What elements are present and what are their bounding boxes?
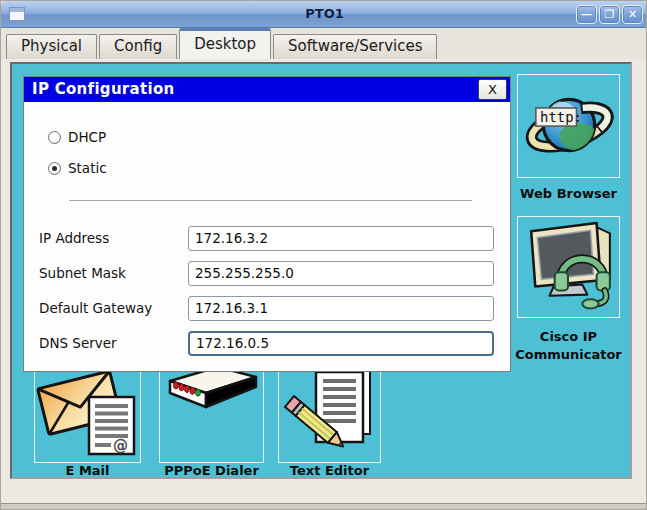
subnet-mask-label: Subnet Mask xyxy=(39,261,184,286)
radio-circle-icon xyxy=(48,131,61,144)
email-label: E Mail xyxy=(34,463,141,478)
default-gateway-input[interactable]: 172.16.3.1 xyxy=(188,296,494,321)
cisco-ip-communicator-icon xyxy=(523,219,615,315)
window-controls: — ❐ ✕ xyxy=(576,5,643,24)
text-editor-label: Text Editor xyxy=(278,463,381,478)
dns-server-label: DNS Server xyxy=(39,331,184,356)
email-launcher[interactable]: @ xyxy=(34,363,141,463)
default-gateway-row: Default Gateway 172.16.3.1 xyxy=(24,296,510,321)
radio-static[interactable]: Static xyxy=(48,161,107,175)
separator xyxy=(69,200,472,201)
subnet-mask-row: Subnet Mask 255.255.255.0 xyxy=(24,261,510,286)
maximize-button[interactable]: ❐ xyxy=(599,5,620,24)
radio-static-label: Static xyxy=(68,160,107,176)
ip-address-label: IP Address xyxy=(39,226,184,251)
pppoe-dialer-label: PPPoE Dialer xyxy=(159,463,264,478)
minimize-button[interactable]: — xyxy=(576,5,597,24)
cisco-ip-communicator-launcher[interactable] xyxy=(517,216,620,318)
radio-circle-icon xyxy=(48,162,61,175)
ip-address-input[interactable]: 172.16.3.2 xyxy=(188,226,494,251)
dns-server-input[interactable]: 172.16.0.5 xyxy=(188,331,494,356)
ip-configuration-dialog: IP Configuration X DHCP Static IP Addres… xyxy=(23,76,511,372)
pppoe-dialer-icon xyxy=(160,401,264,425)
radio-dhcp-label: DHCP xyxy=(68,129,106,145)
dns-server-row: DNS Server 172.16.0.5 xyxy=(24,331,510,356)
cisco-ip-communicator-label-line2: Communicator xyxy=(507,347,630,362)
tab-bar: Physical Config Desktop Software/Service… xyxy=(1,28,647,59)
default-gateway-label: Default Gateway xyxy=(39,296,184,321)
cisco-ip-communicator-label-line1: Cisco IP xyxy=(507,329,630,344)
packet-tracer-device-window: PTO1 — ❐ ✕ Physical Config Desktop Softw… xyxy=(0,0,647,510)
tab-desktop[interactable]: Desktop xyxy=(179,28,271,59)
radio-dhcp[interactable]: DHCP xyxy=(48,130,106,144)
text-editor-icon xyxy=(280,365,380,461)
tab-config[interactable]: Config xyxy=(99,34,177,59)
svg-text:@: @ xyxy=(113,437,128,455)
tab-software-services[interactable]: Software/Services xyxy=(273,34,437,59)
dialog-title: IP Configuration xyxy=(32,77,175,102)
pppoe-dialer-launcher[interactable] xyxy=(159,363,264,463)
web-browser-launcher[interactable]: http: xyxy=(517,74,620,178)
http-label: http: xyxy=(540,109,582,125)
dialog-close-button[interactable]: X xyxy=(478,79,507,100)
tab-physical[interactable]: Physical xyxy=(6,34,97,59)
email-icon: @ xyxy=(36,365,140,461)
web-browser-icon: http: xyxy=(523,84,615,168)
window-bottom-edge xyxy=(1,503,647,509)
desktop-panel: http: Web Browser xyxy=(10,62,632,479)
close-button[interactable]: ✕ xyxy=(622,5,643,24)
dialog-titlebar[interactable]: IP Configuration xyxy=(24,77,510,102)
web-browser-label: Web Browser xyxy=(507,186,630,201)
subnet-mask-input[interactable]: 255.255.255.0 xyxy=(188,261,494,286)
ip-address-row: IP Address 172.16.3.2 xyxy=(24,226,510,251)
window-title: PTO1 xyxy=(1,1,647,28)
window-titlebar[interactable]: PTO1 — ❐ ✕ xyxy=(1,1,647,28)
text-editor-launcher[interactable] xyxy=(278,363,381,463)
